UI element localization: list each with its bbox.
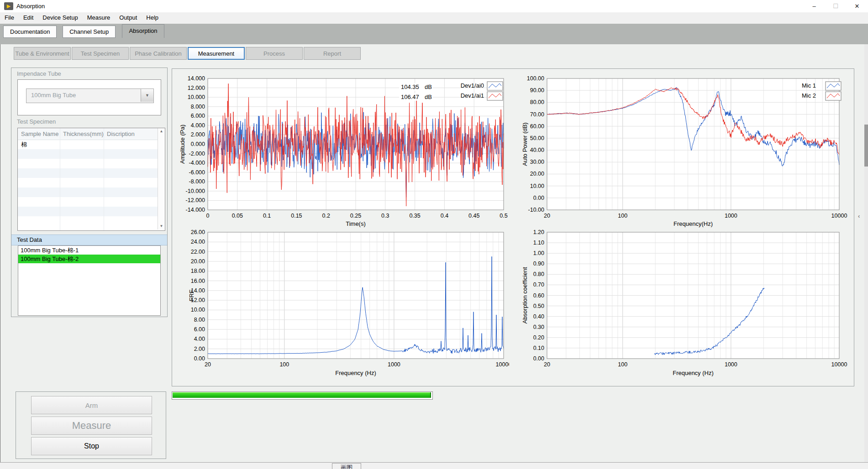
svg-text:1.10: 1.10 bbox=[533, 240, 544, 246]
svg-text:10000: 10000 bbox=[496, 361, 509, 368]
svg-text:22.00: 22.00 bbox=[191, 249, 205, 255]
table-row[interactable] bbox=[18, 178, 158, 188]
test-data-list[interactable]: 100mm Big Tube-棉-1100mm Big Tube-棉-2 bbox=[18, 245, 161, 316]
tab-strip: DocumentationChannel SetupAbsorption bbox=[0, 24, 868, 44]
svg-text:0.80: 0.80 bbox=[533, 271, 544, 277]
svg-text:24.00: 24.00 bbox=[191, 239, 205, 245]
table-row[interactable] bbox=[18, 197, 158, 207]
svg-text:80.00: 80.00 bbox=[530, 99, 544, 105]
subtab-tube-environment[interactable]: Tube & Environment bbox=[14, 47, 71, 60]
arm-button[interactable]: Arm bbox=[31, 396, 152, 414]
svg-text:40.00: 40.00 bbox=[530, 147, 544, 153]
bottom-tab[interactable]: 画图 bbox=[332, 463, 361, 469]
table-row[interactable] bbox=[18, 159, 158, 168]
svg-text:0.00: 0.00 bbox=[533, 355, 544, 362]
app-window: ▶ Absorption – ☐ ✕ FileEditDevice SetupM… bbox=[0, 0, 868, 469]
svg-text:0.00: 0.00 bbox=[533, 195, 544, 201]
frf-chart: 26.0024.0022.0020.0018.0016.0014.0012.00… bbox=[178, 228, 509, 381]
title-bar: ▶ Absorption – ☐ ✕ bbox=[0, 0, 868, 13]
subtab-report[interactable]: Report bbox=[304, 47, 361, 60]
legend-plot-icon bbox=[487, 82, 503, 90]
svg-text:8.00: 8.00 bbox=[194, 317, 205, 323]
svg-text:-8.000: -8.000 bbox=[189, 178, 205, 185]
list-item[interactable]: 100mm Big Tube-棉-1 bbox=[18, 246, 160, 255]
svg-text:70.00: 70.00 bbox=[530, 111, 544, 118]
test-data-header: Test Data bbox=[11, 234, 167, 245]
table-row[interactable]: 棉 bbox=[18, 140, 158, 149]
window-title: Absorption bbox=[16, 3, 45, 10]
svg-text:30.00: 30.00 bbox=[530, 159, 544, 165]
table-row[interactable] bbox=[18, 188, 158, 197]
menu-measure[interactable]: Measure bbox=[83, 12, 115, 21]
chevron-down-icon[interactable]: ▼ bbox=[141, 89, 153, 102]
svg-text:-6.000: -6.000 bbox=[189, 169, 205, 176]
tube-dropdown[interactable]: 100mm Big Tube ▼ bbox=[26, 89, 154, 103]
svg-text:20.00: 20.00 bbox=[530, 171, 544, 177]
legend-plot-icon bbox=[826, 82, 841, 90]
scroll-down-icon[interactable]: ▼ bbox=[158, 223, 165, 229]
table-row[interactable] bbox=[18, 207, 158, 216]
table-row[interactable] bbox=[18, 168, 158, 178]
impedance-tube-title: Impendace Tube bbox=[17, 70, 61, 77]
svg-text:14.000: 14.000 bbox=[188, 75, 205, 82]
svg-text:0.50: 0.50 bbox=[533, 303, 544, 309]
close-button[interactable]: ✕ bbox=[847, 0, 868, 12]
menu-bar: FileEditDevice SetupMeasureOutputHelp bbox=[0, 12, 868, 24]
list-item[interactable]: 100mm Big Tube-棉-2 bbox=[18, 255, 160, 263]
menu-device-setup[interactable]: Device Setup bbox=[38, 12, 82, 21]
legend-label: Mic 2 bbox=[802, 92, 816, 99]
menu-help[interactable]: Help bbox=[142, 12, 163, 21]
subtab-process[interactable]: Process bbox=[246, 47, 303, 60]
svg-text:10000: 10000 bbox=[831, 213, 847, 219]
vertical-scrollbar[interactable] bbox=[864, 44, 868, 462]
svg-text:8.000: 8.000 bbox=[191, 104, 205, 110]
table-body[interactable]: 棉 bbox=[18, 140, 158, 229]
legend-plot-icon bbox=[826, 92, 841, 100]
collapse-arrow-icon[interactable]: ‹ bbox=[858, 213, 860, 219]
subtab-strip: Tube & EnvironmentTest SpecimenPhase Cal… bbox=[14, 47, 361, 60]
y-axis-label: Amplitude (Pa) bbox=[179, 125, 186, 164]
svg-text:50.00: 50.00 bbox=[530, 135, 544, 141]
table-scrollbar[interactable]: ▲ ▼ bbox=[158, 128, 165, 229]
subtab-measurement[interactable]: Measurement bbox=[188, 47, 245, 60]
measure-button[interactable]: Measure bbox=[31, 417, 152, 435]
subtab-phase-calibration[interactable]: Phase Calibration bbox=[130, 47, 187, 60]
column-header: Sample Name bbox=[18, 128, 63, 140]
test-data-title: Test Data bbox=[17, 236, 42, 243]
svg-text:-10.000: -10.000 bbox=[186, 188, 205, 194]
menu-output[interactable]: Output bbox=[115, 12, 142, 21]
menu-edit[interactable]: Edit bbox=[19, 12, 38, 21]
y-axis-label: FRF bbox=[188, 290, 195, 301]
svg-text:1000: 1000 bbox=[388, 361, 400, 368]
svg-text:2.000: 2.000 bbox=[191, 131, 205, 138]
tab-absorption[interactable]: Absorption bbox=[122, 24, 164, 38]
table-row[interactable] bbox=[18, 149, 158, 159]
maximize-button[interactable]: ☐ bbox=[825, 0, 846, 12]
bottom-strip bbox=[0, 463, 868, 469]
svg-text:-12.000: -12.000 bbox=[186, 197, 205, 203]
svg-text:-2.000: -2.000 bbox=[189, 151, 205, 157]
tab-documentation[interactable]: Documentation bbox=[3, 26, 57, 38]
tab-channel-setup[interactable]: Channel Setup bbox=[63, 26, 116, 38]
scrollbar-thumb[interactable] bbox=[864, 125, 868, 167]
svg-text:1000: 1000 bbox=[725, 361, 737, 368]
stop-button[interactable]: Stop bbox=[31, 437, 152, 455]
svg-text:20: 20 bbox=[205, 361, 211, 368]
column-header: Thickness(mm) bbox=[63, 128, 107, 140]
scroll-up-icon[interactable]: ▲ bbox=[158, 128, 165, 135]
svg-text:2.00: 2.00 bbox=[194, 346, 205, 352]
test-specimen-table[interactable]: Sample NameThickness(mm)Discription 棉 ▲ … bbox=[17, 128, 165, 231]
svg-text:100.00: 100.00 bbox=[527, 75, 544, 82]
absorption-coefficient-chart: 1.201.101.000.900.800.700.600.500.400.30… bbox=[521, 228, 861, 381]
svg-text:0.60: 0.60 bbox=[533, 292, 544, 299]
table-header-row: Sample NameThickness(mm)Discription bbox=[18, 128, 158, 140]
subtab-test-specimen[interactable]: Test Specimen bbox=[72, 47, 129, 60]
svg-text:0.00: 0.00 bbox=[194, 355, 205, 362]
menu-file[interactable]: File bbox=[0, 12, 19, 21]
svg-text:12.000: 12.000 bbox=[188, 85, 205, 91]
svg-text:100: 100 bbox=[618, 361, 627, 368]
svg-text:1.20: 1.20 bbox=[533, 229, 544, 235]
minimize-button[interactable]: – bbox=[804, 0, 825, 12]
impedance-tube-box: 100mm Big Tube ▼ bbox=[17, 79, 161, 115]
table-row[interactable] bbox=[18, 216, 158, 226]
